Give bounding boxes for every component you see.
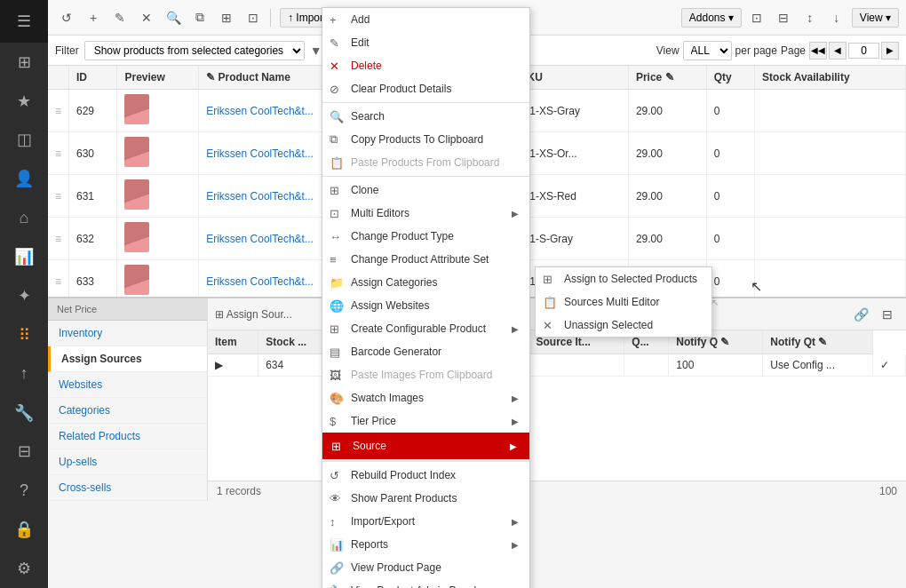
delete-menu-icon: ✕ — [330, 60, 339, 73]
edit-menu-icon: ✎ — [330, 36, 339, 50]
menu-item-clear-label: Clear Product Details — [351, 83, 451, 95]
sidebar-lock-icon[interactable]: 🔒 — [0, 510, 48, 549]
menu-item-view-admin[interactable]: 🔧 View Product Admin Panel — [322, 579, 529, 588]
sidebar-chart-icon[interactable]: 📊 — [0, 237, 48, 276]
menu-item-reports[interactable]: 📊 Reports ▶ — [322, 533, 529, 556]
sidebar-gear-icon[interactable]: ⚙ — [0, 549, 48, 588]
menu-item-view-page[interactable]: 🔗 View Product Page — [322, 556, 529, 579]
mouse-cursor: ↖ — [751, 278, 762, 295]
menu-item-rebuild-label: Rebuild Product Index — [351, 469, 456, 481]
assign-web-icon: 🌐 — [330, 299, 344, 313]
sidebar-star-icon[interactable]: ★ — [0, 82, 48, 121]
sidebar-box-icon[interactable]: ◫ — [0, 120, 48, 159]
menu-item-change-type[interactable]: ↔ Change Product Type — [322, 225, 529, 248]
source-arrow: ▶ — [510, 441, 517, 451]
menu-item-assign-websites[interactable]: 🌐 Assign Websites — [322, 294, 529, 317]
clear-menu-icon: ⊘ — [330, 83, 339, 96]
import-export-icon: ↕ — [330, 515, 336, 528]
paste-clipboard-icon: 📋 — [330, 156, 344, 170]
submenu-unassign[interactable]: ✕ Unassign Selected — [536, 314, 711, 337]
multi-editor-icon: 📋 — [543, 296, 557, 309]
reports-arrow: ▶ — [512, 540, 519, 550]
menu-item-search[interactable]: 🔍 Search — [322, 105, 529, 128]
menu-item-reports-label: Reports — [351, 538, 388, 551]
menu-item-rebuild-index[interactable]: ↺ Rebuild Product Index — [322, 464, 529, 487]
menu-item-delete-label: Delete — [351, 60, 382, 72]
sidebar-wrench-icon[interactable]: 🔧 — [0, 393, 48, 433]
menu-item-barcode-label: Barcode Generator — [351, 346, 441, 358]
multi-editors-arrow: ▶ — [512, 209, 519, 219]
menu-item-assign-categories[interactable]: 📁 Assign Categories — [322, 271, 529, 294]
menu-item-edit[interactable]: ✎ Edit — [322, 31, 529, 54]
view-admin-icon: 🔧 — [330, 584, 344, 589]
context-menu-overlay: + Add ✎ Edit ✕ Delete ⊘ Clear Product De… — [48, 0, 906, 588]
sidebar: ☰ ⊞ ★ ◫ 👤 ⌂ 📊 ✦ ⠿ ↑ 🔧 ⊟ ? 🔒 ⚙ — [0, 0, 48, 588]
sidebar-layers-icon[interactable]: ⊟ — [0, 432, 48, 471]
menu-item-barcode[interactable]: ▤ Barcode Generator — [322, 340, 529, 363]
source-menu-icon: ⊞ — [331, 440, 341, 453]
menu-item-copy-clipboard[interactable]: ⧉ Copy Products To Clipboard — [322, 128, 529, 151]
sidebar-menu-icon[interactable]: ☰ — [0, 0, 48, 43]
menu-item-tier-price-label: Tier Price — [351, 415, 396, 427]
view-page-icon: 🔗 — [330, 561, 344, 575]
menu-item-change-attr[interactable]: ≡ Change Product Attribute Set — [322, 248, 529, 271]
menu-item-source[interactable]: ⊞ Source ▶ — [322, 433, 529, 459]
menu-item-paste-label: Paste Products From Clipboard — [351, 156, 499, 169]
add-menu-icon: + — [330, 13, 337, 27]
menu-item-clone[interactable]: ⊞ Clone — [322, 179, 529, 202]
menu-item-swatch-label: Swatch Images — [351, 392, 424, 404]
search-menu-icon: 🔍 — [330, 110, 344, 123]
menu-item-add-label: Add — [351, 13, 370, 26]
import-export-arrow: ▶ — [512, 517, 519, 527]
menu-item-edit-label: Edit — [351, 36, 370, 49]
menu-item-multi-editors[interactable]: ⊡ Multi Editors ▶ — [322, 202, 529, 225]
barcode-icon: ▤ — [330, 346, 340, 359]
menu-item-create-configurable[interactable]: ⊞ Create Configurable Product ▶ — [322, 317, 529, 340]
menu-item-view-admin-label: View Product Admin Panel — [351, 584, 476, 588]
unassign-icon: ✕ — [543, 319, 552, 332]
menu-item-show-parent[interactable]: 👁 Show Parent Products — [322, 487, 529, 510]
cursor-pointer: ↖ — [711, 298, 719, 307]
menu-item-paste-clipboard: 📋 Paste Products From Clipboard — [322, 151, 529, 174]
sidebar-puzzle-icon[interactable]: ✦ — [0, 276, 48, 315]
submenu-multi-editor[interactable]: 📋 Sources Multi Editor — [536, 290, 711, 314]
menu-item-delete[interactable]: ✕ Delete — [322, 54, 529, 77]
menu-item-show-parent-label: Show Parent Products — [351, 492, 457, 505]
tier-price-icon: $ — [330, 415, 336, 428]
reports-icon: 📊 — [330, 538, 344, 552]
menu-item-clone-label: Clone — [351, 184, 378, 196]
menu-item-assign-cat-label: Assign Categories — [351, 276, 437, 289]
swatch-arrow: ▶ — [512, 393, 519, 403]
sidebar-handle-icon[interactable]: ⠿ — [0, 315, 48, 354]
menu-item-multi-editors-label: Multi Editors — [351, 207, 409, 219]
sidebar-upload-icon[interactable]: ↑ — [0, 354, 48, 393]
source-submenu: ⊞ Assign to Selected Products ↖ 📋 Source… — [535, 266, 712, 338]
menu-item-tier-price[interactable]: $ Tier Price ▶ — [322, 409, 529, 433]
menu-separator-1 — [322, 102, 529, 103]
menu-item-view-page-label: View Product Page — [351, 561, 441, 574]
create-configurable-icon: ⊞ — [330, 322, 339, 336]
assign-cat-icon: 📁 — [330, 276, 344, 290]
sidebar-grid-icon[interactable]: ⊞ — [0, 43, 48, 82]
menu-item-paste-images-label: Paste Images From Clipboard — [351, 369, 492, 381]
rebuild-icon: ↺ — [330, 469, 339, 482]
menu-item-add[interactable]: + Add — [322, 8, 529, 31]
context-menu: + Add ✎ Edit ✕ Delete ⊘ Clear Product De… — [322, 7, 530, 588]
submenu-assign-products[interactable]: ⊞ Assign to Selected Products — [536, 267, 711, 290]
menu-item-import-export[interactable]: ↕ Import/Export ▶ — [322, 510, 529, 533]
menu-item-clear[interactable]: ⊘ Clear Product Details — [322, 77, 529, 100]
menu-item-change-type-label: Change Product Type — [351, 230, 454, 242]
multi-editors-icon: ⊡ — [330, 207, 339, 220]
menu-item-search-label: Search — [351, 110, 385, 123]
menu-item-copy-label: Copy Products To Clipboard — [351, 133, 483, 146]
menu-item-import-export-label: Import/Export — [351, 515, 415, 528]
create-config-arrow: ▶ — [512, 324, 519, 334]
copy-clipboard-icon: ⧉ — [330, 132, 338, 147]
sidebar-question-icon[interactable]: ? — [0, 471, 48, 510]
sidebar-user-icon[interactable]: 👤 — [0, 159, 48, 198]
menu-item-create-configurable-label: Create Configurable Product — [351, 322, 486, 335]
menu-item-assign-web-label: Assign Websites — [351, 299, 429, 312]
menu-item-swatch[interactable]: 🎨 Swatch Images ▶ — [322, 386, 529, 409]
clone-menu-icon: ⊞ — [330, 184, 339, 197]
sidebar-home-icon[interactable]: ⌂ — [0, 198, 48, 237]
